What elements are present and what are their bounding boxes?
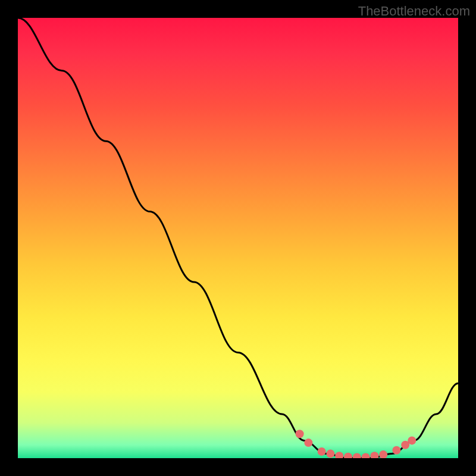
curve-marker-dot bbox=[304, 439, 312, 447]
curve-markers-group bbox=[296, 430, 416, 458]
bottleneck-curve-svg bbox=[18, 18, 458, 458]
curve-marker-dot bbox=[335, 452, 343, 458]
curve-marker-dot bbox=[362, 453, 370, 459]
curve-group bbox=[18, 18, 458, 458]
curve-marker-dot bbox=[370, 452, 378, 458]
curve-marker-dot bbox=[392, 446, 400, 455]
curve-marker-dot bbox=[326, 450, 334, 458]
curve-marker-dot bbox=[344, 453, 352, 458]
curve-marker-dot bbox=[379, 450, 387, 458]
curve-marker-dot bbox=[318, 447, 326, 456]
curve-marker-dot bbox=[296, 430, 304, 438]
attribution-label: TheBottleneck.com bbox=[358, 4, 470, 19]
curve-marker-dot bbox=[408, 436, 416, 444]
bottleneck-curve-line bbox=[18, 18, 458, 458]
curve-marker-dot bbox=[353, 453, 361, 459]
chart-plot-area bbox=[18, 18, 458, 458]
